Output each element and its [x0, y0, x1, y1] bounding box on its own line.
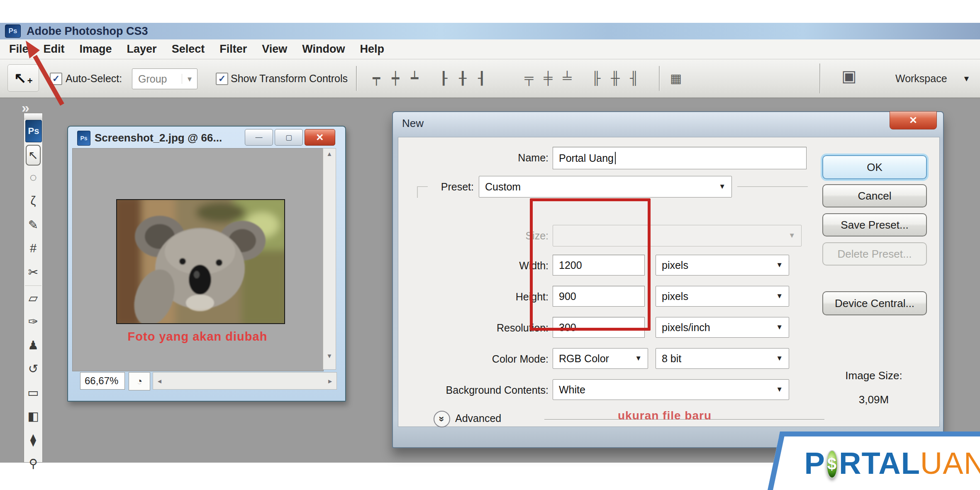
menu-image[interactable]: Image [80, 43, 112, 56]
menu-filter[interactable]: Filter [219, 43, 247, 56]
menu-bar: FileEditImageLayerSelectFilterViewWindow… [0, 39, 980, 59]
auto-select-checkbox[interactable]: ✓ [50, 73, 62, 85]
background-contents-value: White [559, 384, 776, 396]
align-left-edges-icon[interactable]: ┠ [434, 71, 453, 85]
photoshop-app-icon: Ps [5, 24, 21, 38]
brush-tool[interactable]: ✑ [25, 310, 41, 333]
menu-window[interactable]: Window [302, 43, 345, 56]
spot-healing-tool[interactable]: ▱ [25, 285, 41, 310]
show-transform-checkbox[interactable]: ✓ [216, 73, 228, 85]
top-white-strip [0, 0, 980, 23]
quick-selection-tool[interactable]: ✎ [25, 213, 41, 236]
bridge-icon[interactable]: ▣ [841, 67, 856, 85]
maximize-button[interactable]: ▢ [275, 129, 303, 146]
distribute-right-edges-icon[interactable]: ╢ [625, 71, 644, 85]
name-input[interactable]: Portal Uang [553, 147, 807, 169]
align-horizontal-centers-icon[interactable]: ╂ [453, 71, 472, 85]
auto-select-mode-dropdown[interactable]: Group ▾ [132, 68, 197, 89]
bit-depth-dropdown[interactable]: 8 bit ▼ [656, 348, 789, 369]
eraser-tool[interactable]: ▭ [25, 380, 41, 404]
resolution-unit-dropdown[interactable]: pixels/inch ▼ [656, 317, 789, 338]
chevron-down-icon: ▼ [788, 232, 795, 240]
psd-file-icon: Ps [77, 131, 90, 146]
preset-value: Custom [485, 181, 719, 193]
distribute-vertical-centers-icon[interactable]: ╪ [539, 71, 558, 85]
zoom-level-field[interactable]: 66,67% [80, 372, 125, 390]
distribute-bottom-edges-icon[interactable]: ╧ [558, 71, 577, 85]
height-unit-dropdown[interactable]: pixels ▼ [656, 286, 789, 307]
lasso-tool[interactable]: ζ [25, 189, 41, 213]
group-box-line [417, 186, 418, 198]
preset-dropdown[interactable]: Custom ▼ [479, 176, 732, 197]
auto-align-layers-icon[interactable]: ▦ [666, 71, 685, 85]
move-tool[interactable]: ↖ [26, 145, 41, 166]
horizontal-scrollbar[interactable]: ◄ ► [153, 372, 337, 390]
scroll-up-icon[interactable]: ▲ [327, 150, 333, 157]
menu-layer[interactable]: Layer [127, 43, 157, 56]
scroll-left-icon[interactable]: ◄ [156, 378, 163, 385]
image-size-value: 3,09M [822, 393, 925, 406]
history-brush-tool[interactable]: ↺ [25, 357, 41, 380]
ok-button[interactable]: OK [822, 155, 927, 179]
text-caret [615, 152, 616, 164]
minimize-button[interactable]: — [245, 129, 273, 146]
clone-stamp-tool[interactable]: ♟ [25, 333, 41, 357]
menu-file[interactable]: File [9, 43, 29, 56]
align-right-edges-icon[interactable]: ┨ [472, 71, 491, 85]
align-bottom-edges-icon[interactable]: ┷ [405, 71, 424, 85]
background-contents-dropdown[interactable]: White ▼ [553, 379, 789, 400]
chevron-down-icon: ▾ [182, 74, 197, 84]
menu-select[interactable]: Select [172, 43, 205, 56]
distribute-left-edges-icon[interactable]: ╟ [587, 71, 606, 85]
menu-help[interactable]: Help [360, 43, 384, 56]
cancel-button[interactable]: Cancel [822, 184, 927, 207]
align-top-edges-icon[interactable]: ┯ [367, 71, 386, 85]
distribute-top-edges-icon[interactable]: ╤ [519, 71, 539, 85]
width-unit-value: pixels [662, 259, 776, 271]
close-button[interactable]: ✕ [305, 129, 335, 146]
gradient-tool[interactable]: ◧ [25, 404, 41, 428]
blur-tool[interactable]: ⧫ [25, 428, 41, 451]
align-vertical-centers-icon[interactable]: ┿ [386, 71, 405, 85]
width-unit-dropdown[interactable]: pixels ▼ [656, 255, 789, 275]
options-bar: ↖ + ✓ Auto-Select: Group ▾ ✓ Show Transf… [0, 59, 980, 98]
portaluang-logo-panel: P $ RTAL UANG [768, 431, 980, 490]
scroll-down-icon[interactable]: ▼ [327, 352, 333, 359]
zoom-tool[interactable]: ⚲ [25, 451, 41, 475]
dollar-globe-icon: $ [826, 450, 838, 478]
scroll-right-icon[interactable]: ► [327, 378, 333, 385]
crop-tool[interactable]: # [25, 236, 41, 260]
cursor-icon: ↖ [14, 69, 26, 87]
save-preset-button[interactable]: Save Preset... [822, 213, 927, 236]
size-label: Size: [399, 230, 549, 242]
annotation-text: ukuran file baru [571, 409, 758, 422]
distribute-horizontal-centers-icon[interactable]: ╫ [606, 71, 625, 85]
device-central-button[interactable]: Device Central... [822, 291, 927, 315]
marquee-tool[interactable]: ◌ [25, 166, 41, 189]
highlight-rectangle [530, 198, 651, 331]
distribute-icons-group: ╤╪╧╟╫╢ [519, 71, 644, 85]
koala-photo [116, 199, 285, 324]
height-label: Height: [399, 291, 549, 303]
slice-tool[interactable]: ✂ [25, 260, 41, 284]
color-mode-dropdown[interactable]: RGB Color ▼ [553, 348, 648, 369]
menu-view[interactable]: View [262, 43, 287, 56]
chevron-down-icon[interactable]: ▼ [963, 74, 970, 83]
move-tool-options-icon[interactable]: ↖ + [7, 64, 39, 92]
panel-collapse-icon[interactable]: » [22, 100, 29, 116]
separator [356, 66, 357, 91]
advanced-expand-button[interactable]: » [434, 411, 450, 427]
status-info-icon[interactable]: ◔ [129, 372, 150, 390]
screenshot-root: Ps Adobe Photoshop CS3 FileEditImageLaye… [0, 0, 980, 490]
tool-list: ↖◌ζ✎#✂▱✑♟↺▭◧⧫⚲ [24, 145, 42, 475]
color-mode-value: RGB Color [559, 353, 635, 365]
name-value: Portal Uang [559, 152, 614, 164]
workspace-menu[interactable]: Workspace [895, 73, 947, 85]
background-contents-label: Background Contents: [399, 384, 549, 396]
ps-logo: Ps [25, 120, 42, 142]
dialog-close-button[interactable]: ✕ [890, 111, 937, 129]
menu-edit[interactable]: Edit [44, 43, 65, 56]
vertical-scrollbar[interactable]: ▲ ▼ [323, 148, 336, 370]
width-label: Width: [399, 260, 549, 272]
chevron-down-icon: ▼ [635, 354, 642, 363]
